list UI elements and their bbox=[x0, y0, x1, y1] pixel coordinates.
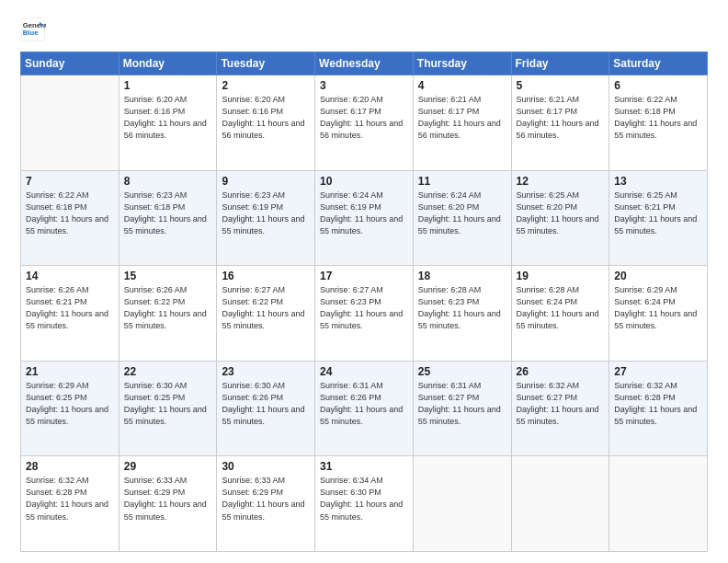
calendar-cell bbox=[511, 456, 609, 552]
calendar-week-row: 28Sunrise: 6:32 AMSunset: 6:28 PMDayligh… bbox=[21, 456, 708, 552]
calendar-cell bbox=[609, 456, 708, 552]
calendar-header-thursday: Thursday bbox=[413, 52, 511, 75]
day-number: 23 bbox=[222, 365, 310, 378]
calendar-week-row: 21Sunrise: 6:29 AMSunset: 6:25 PMDayligh… bbox=[21, 361, 708, 456]
calendar-week-row: 7Sunrise: 6:22 AMSunset: 6:18 PMDaylight… bbox=[21, 170, 708, 266]
day-info: Sunrise: 6:31 AMSunset: 6:27 PMDaylight:… bbox=[418, 380, 506, 428]
day-info: Sunrise: 6:21 AMSunset: 6:17 PMDaylight:… bbox=[418, 94, 506, 142]
day-info: Sunrise: 6:29 AMSunset: 6:24 PMDaylight:… bbox=[614, 284, 702, 332]
day-info: Sunrise: 6:21 AMSunset: 6:17 PMDaylight:… bbox=[517, 94, 605, 142]
day-number: 11 bbox=[418, 175, 506, 188]
day-info: Sunrise: 6:25 AMSunset: 6:21 PMDaylight:… bbox=[614, 190, 702, 237]
day-number: 2 bbox=[222, 79, 310, 92]
day-number: 29 bbox=[124, 460, 212, 473]
day-number: 21 bbox=[26, 365, 114, 378]
day-number: 5 bbox=[517, 79, 605, 92]
calendar-cell: 21Sunrise: 6:29 AMSunset: 6:25 PMDayligh… bbox=[21, 361, 119, 456]
day-info: Sunrise: 6:29 AMSunset: 6:25 PMDaylight:… bbox=[26, 380, 114, 428]
calendar-cell: 3Sunrise: 6:20 AMSunset: 6:17 PMDaylight… bbox=[315, 75, 414, 171]
calendar-cell: 29Sunrise: 6:33 AMSunset: 6:29 PMDayligh… bbox=[119, 456, 217, 552]
day-info: Sunrise: 6:23 AMSunset: 6:18 PMDaylight:… bbox=[124, 190, 212, 237]
day-number: 28 bbox=[26, 460, 114, 473]
day-info: Sunrise: 6:28 AMSunset: 6:24 PMDaylight:… bbox=[517, 284, 605, 332]
calendar-cell: 6Sunrise: 6:22 AMSunset: 6:18 PMDaylight… bbox=[609, 75, 708, 171]
calendar-cell: 7Sunrise: 6:22 AMSunset: 6:18 PMDaylight… bbox=[21, 170, 119, 266]
day-info: Sunrise: 6:30 AMSunset: 6:25 PMDaylight:… bbox=[124, 380, 212, 428]
day-number: 12 bbox=[517, 175, 605, 188]
calendar-cell: 22Sunrise: 6:30 AMSunset: 6:25 PMDayligh… bbox=[119, 361, 217, 456]
day-number: 18 bbox=[418, 270, 506, 282]
day-info: Sunrise: 6:25 AMSunset: 6:20 PMDaylight:… bbox=[517, 190, 605, 237]
calendar-cell: 28Sunrise: 6:32 AMSunset: 6:28 PMDayligh… bbox=[21, 456, 119, 552]
calendar-cell: 24Sunrise: 6:31 AMSunset: 6:26 PMDayligh… bbox=[315, 361, 414, 456]
day-info: Sunrise: 6:20 AMSunset: 6:17 PMDaylight:… bbox=[320, 94, 408, 142]
logo: General Blue bbox=[20, 17, 50, 42]
calendar-cell: 27Sunrise: 6:32 AMSunset: 6:28 PMDayligh… bbox=[609, 361, 708, 456]
day-info: Sunrise: 6:26 AMSunset: 6:21 PMDaylight:… bbox=[26, 284, 114, 332]
day-number: 25 bbox=[418, 365, 506, 378]
day-info: Sunrise: 6:22 AMSunset: 6:18 PMDaylight:… bbox=[614, 94, 702, 142]
calendar-cell: 12Sunrise: 6:25 AMSunset: 6:20 PMDayligh… bbox=[511, 170, 609, 266]
day-info: Sunrise: 6:32 AMSunset: 6:28 PMDaylight:… bbox=[26, 475, 114, 523]
day-number: 30 bbox=[222, 460, 310, 473]
calendar-cell: 2Sunrise: 6:20 AMSunset: 6:16 PMDaylight… bbox=[217, 75, 315, 171]
calendar-table: SundayMondayTuesdayWednesdayThursdayFrid… bbox=[20, 52, 708, 552]
day-info: Sunrise: 6:33 AMSunset: 6:29 PMDaylight:… bbox=[222, 475, 310, 523]
calendar-cell: 4Sunrise: 6:21 AMSunset: 6:17 PMDaylight… bbox=[413, 75, 511, 171]
day-number: 20 bbox=[614, 270, 702, 282]
calendar-cell: 23Sunrise: 6:30 AMSunset: 6:26 PMDayligh… bbox=[217, 361, 315, 456]
day-info: Sunrise: 6:34 AMSunset: 6:30 PMDaylight:… bbox=[320, 475, 408, 523]
day-number: 8 bbox=[124, 175, 212, 188]
day-number: 16 bbox=[222, 270, 310, 282]
day-number: 6 bbox=[614, 79, 702, 92]
calendar-cell: 1Sunrise: 6:20 AMSunset: 6:16 PMDaylight… bbox=[119, 75, 217, 171]
day-info: Sunrise: 6:24 AMSunset: 6:19 PMDaylight:… bbox=[320, 190, 408, 237]
calendar-cell: 15Sunrise: 6:26 AMSunset: 6:22 PMDayligh… bbox=[119, 266, 217, 362]
calendar-cell: 16Sunrise: 6:27 AMSunset: 6:22 PMDayligh… bbox=[217, 266, 315, 362]
calendar-cell: 18Sunrise: 6:28 AMSunset: 6:23 PMDayligh… bbox=[413, 266, 511, 362]
calendar-cell bbox=[413, 456, 511, 552]
calendar-cell: 30Sunrise: 6:33 AMSunset: 6:29 PMDayligh… bbox=[217, 456, 315, 552]
day-info: Sunrise: 6:20 AMSunset: 6:16 PMDaylight:… bbox=[222, 94, 310, 142]
day-info: Sunrise: 6:32 AMSunset: 6:27 PMDaylight:… bbox=[517, 380, 605, 428]
day-info: Sunrise: 6:22 AMSunset: 6:18 PMDaylight:… bbox=[26, 190, 114, 237]
page: General Blue SundayMondayTuesdayWednesda… bbox=[0, 0, 728, 563]
day-number: 3 bbox=[320, 79, 408, 92]
svg-text:Blue: Blue bbox=[23, 29, 39, 37]
day-info: Sunrise: 6:28 AMSunset: 6:23 PMDaylight:… bbox=[418, 284, 506, 332]
calendar-cell: 25Sunrise: 6:31 AMSunset: 6:27 PMDayligh… bbox=[413, 361, 511, 456]
day-number: 17 bbox=[320, 270, 408, 282]
logo-icon: General Blue bbox=[20, 17, 46, 42]
calendar-week-row: 1Sunrise: 6:20 AMSunset: 6:16 PMDaylight… bbox=[21, 75, 708, 171]
calendar-cell: 19Sunrise: 6:28 AMSunset: 6:24 PMDayligh… bbox=[511, 266, 609, 362]
day-info: Sunrise: 6:26 AMSunset: 6:22 PMDaylight:… bbox=[124, 284, 212, 332]
header: General Blue bbox=[20, 17, 708, 42]
calendar-week-row: 14Sunrise: 6:26 AMSunset: 6:21 PMDayligh… bbox=[21, 266, 708, 362]
day-info: Sunrise: 6:27 AMSunset: 6:23 PMDaylight:… bbox=[320, 284, 408, 332]
calendar-header-wednesday: Wednesday bbox=[315, 52, 414, 75]
day-number: 9 bbox=[222, 175, 310, 188]
calendar-cell: 9Sunrise: 6:23 AMSunset: 6:19 PMDaylight… bbox=[217, 170, 315, 266]
calendar-header-friday: Friday bbox=[511, 52, 609, 75]
calendar-cell: 5Sunrise: 6:21 AMSunset: 6:17 PMDaylight… bbox=[511, 75, 609, 171]
day-info: Sunrise: 6:30 AMSunset: 6:26 PMDaylight:… bbox=[222, 380, 310, 428]
calendar-cell: 8Sunrise: 6:23 AMSunset: 6:18 PMDaylight… bbox=[119, 170, 217, 266]
day-number: 10 bbox=[320, 175, 408, 188]
calendar-cell: 14Sunrise: 6:26 AMSunset: 6:21 PMDayligh… bbox=[21, 266, 119, 362]
day-info: Sunrise: 6:33 AMSunset: 6:29 PMDaylight:… bbox=[124, 475, 212, 523]
day-number: 1 bbox=[124, 79, 212, 92]
calendar-cell: 31Sunrise: 6:34 AMSunset: 6:30 PMDayligh… bbox=[315, 456, 414, 552]
day-number: 24 bbox=[320, 365, 408, 378]
day-number: 26 bbox=[517, 365, 605, 378]
day-info: Sunrise: 6:24 AMSunset: 6:20 PMDaylight:… bbox=[418, 190, 506, 237]
day-number: 4 bbox=[418, 79, 506, 92]
day-number: 13 bbox=[614, 175, 702, 188]
day-number: 19 bbox=[517, 270, 605, 282]
calendar-cell: 10Sunrise: 6:24 AMSunset: 6:19 PMDayligh… bbox=[315, 170, 414, 266]
calendar-header-sunday: Sunday bbox=[21, 52, 119, 75]
calendar-cell: 17Sunrise: 6:27 AMSunset: 6:23 PMDayligh… bbox=[315, 266, 414, 362]
day-number: 14 bbox=[26, 270, 114, 282]
day-info: Sunrise: 6:32 AMSunset: 6:28 PMDaylight:… bbox=[614, 380, 702, 428]
day-info: Sunrise: 6:31 AMSunset: 6:26 PMDaylight:… bbox=[320, 380, 408, 428]
day-number: 27 bbox=[614, 365, 702, 378]
